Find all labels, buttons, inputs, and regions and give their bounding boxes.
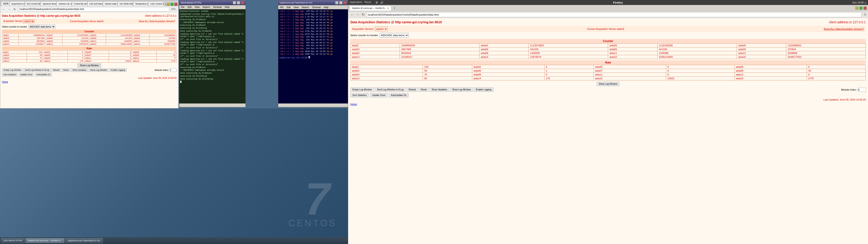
reset-button[interactable]: Reset bbox=[62, 68, 70, 72]
reload-button[interactable]: Reload bbox=[51, 68, 61, 72]
log-line: executing do_PreReset bbox=[180, 66, 245, 69]
aida-maximize[interactable]: □ bbox=[237, 1, 240, 4]
ssh-minimize[interactable]: ─ bbox=[335, 1, 338, 4]
aida-menu-help[interactable]: Help bbox=[224, 6, 230, 8]
forward-button[interactable]: → bbox=[7, 7, 11, 11]
ff-new-tab[interactable]: + bbox=[394, 6, 396, 10]
ff-send-log[interactable]: Send Log Window to ELog bbox=[375, 87, 405, 92]
ff-page-title: Data Acquisition Statistics @ http carme… bbox=[350, 20, 442, 24]
aida-minimize[interactable]: ─ bbox=[233, 1, 236, 4]
ff-forward[interactable]: → bbox=[355, 12, 360, 17]
zero-stats-button[interactable]: Zero Statistics bbox=[2, 73, 18, 77]
ff-client-address: client address is 127.0.0.1 bbox=[829, 20, 866, 24]
tab-experiment[interactable]: Experiment Contr... × bbox=[9, 1, 25, 6]
show-log-window-button[interactable]: Show Log Window bbox=[78, 63, 101, 67]
ssh-menu-search[interactable]: Search bbox=[301, 6, 310, 8]
taskbar-item-firefox[interactable]: Statistics @ carme-gsi — Mozilla Fir... bbox=[25, 238, 65, 243]
ff-enable-logging[interactable]: Enable Logging bbox=[474, 87, 494, 92]
ssh-maximize[interactable]: □ bbox=[339, 1, 342, 4]
enable-logging-button[interactable]: Enable Logging bbox=[110, 68, 127, 72]
aida-close[interactable]: × bbox=[241, 1, 244, 4]
ff-empty-log[interactable]: Empty Log Window bbox=[350, 87, 374, 92]
tab-runcontrol[interactable]: Run Control @ car... × bbox=[25, 1, 41, 6]
ff-update-once[interactable]: Update Once bbox=[370, 93, 388, 97]
tab-temp[interactable]: Temperature and... × bbox=[133, 1, 148, 6]
ff-home-link[interactable]: Home bbox=[350, 103, 866, 105]
close-button[interactable]: × bbox=[174, 3, 178, 6]
tab-led[interactable]: LED and Wavefor... × bbox=[88, 1, 103, 6]
ff-reload[interactable]: ↻ bbox=[361, 12, 365, 17]
home-link[interactable]: Home bbox=[2, 81, 177, 83]
tab-gsi[interactable]: GSI White Rabbit ... × bbox=[118, 1, 133, 6]
show-log-section: Show Log Window bbox=[2, 63, 177, 67]
firefox-toolbar: ← → ↻ localhost:8015/DataAcquisitionCont… bbox=[348, 11, 868, 18]
ff-tab-close[interactable]: × bbox=[388, 7, 389, 9]
module-index: Module Index: bbox=[155, 68, 177, 72]
places-menu[interactable]: Places bbox=[364, 1, 371, 4]
desktop-number: 7 bbox=[305, 176, 330, 221]
show-vars-button[interactable]: Show Variables bbox=[71, 68, 88, 72]
ssh-menu-terminal[interactable]: Terminal bbox=[311, 6, 321, 8]
server-select[interactable]: aida16 bbox=[23, 20, 35, 23]
aida-menu-search[interactable]: Search bbox=[202, 6, 211, 8]
tab-spectrum[interactable]: Spectrum Browsin... × bbox=[41, 1, 57, 6]
ff-show-vars[interactable]: Show Variables bbox=[430, 87, 449, 92]
ssh-close[interactable]: × bbox=[343, 1, 346, 4]
ssh-menu-edit[interactable]: Edit bbox=[286, 6, 291, 8]
ff-module-index-input[interactable] bbox=[858, 88, 866, 92]
firefox-tab-statistics[interactable]: Statistics @ carme-gsi — Mozilla Fir... … bbox=[349, 6, 391, 11]
ff-menu-icon[interactable]: ☰ bbox=[864, 13, 866, 16]
update-once-button[interactable]: Update Once bbox=[19, 73, 34, 77]
autoupdate-button[interactable]: AutoUpdate On bbox=[35, 73, 52, 77]
show-log-btn2[interactable]: Show Log Window bbox=[89, 68, 109, 72]
ff-reload[interactable]: Reload bbox=[407, 87, 418, 92]
taskbar-item-ssh[interactable]: npg@carme-gsi:/TapeData/G22-201 bbox=[65, 238, 103, 243]
tab-asic[interactable]: ASIC Control @ c... × bbox=[148, 1, 164, 6]
table-row: aida032667489 aida06441326 aida06441326 … bbox=[350, 48, 866, 51]
ff-show-log2[interactable]: Show Log Window bbox=[450, 87, 473, 92]
minimize-button[interactable]: ─ bbox=[166, 3, 170, 6]
address-bar[interactable]: localhost:8015/DataAcquisitionControl/Da… bbox=[18, 7, 169, 11]
aida-menu-view[interactable]: View bbox=[194, 6, 200, 8]
ff-counter-select[interactable]: AIDA ADC data items bbox=[380, 33, 409, 37]
firefox-address-bar[interactable]: localhost:8015/DataAcquisitionControl/Da… bbox=[366, 12, 862, 17]
aida-menu-file[interactable]: File bbox=[180, 6, 185, 8]
counter-select[interactable]: AIDA ADC data items bbox=[29, 25, 55, 29]
ff-autoupdate[interactable]: AutoUpdate On bbox=[389, 93, 408, 97]
ssh-menubar: File Edit View Search Terminal Help bbox=[278, 5, 348, 9]
aida-menu-edit[interactable]: Edit bbox=[187, 6, 192, 8]
ssh-menu-view[interactable]: View bbox=[293, 6, 299, 8]
log-line: executing do_PreReset bbox=[180, 19, 245, 21]
tab-aida[interactable]: AIDA × bbox=[1, 1, 9, 6]
show-all-link[interactable]: Show ALL Data Acquisition Servers? bbox=[138, 20, 175, 23]
send-log-button[interactable]: Send Log Window to ELog bbox=[24, 68, 51, 72]
tab-control[interactable]: Control @ carme-... × bbox=[72, 1, 88, 6]
log-line: RunControlClient loaded bbox=[180, 10, 245, 13]
ff-show-all[interactable]: Show ALL Data Acquisition Servers? bbox=[824, 28, 864, 30]
empty-log-button[interactable]: Empty Log Window bbox=[2, 68, 23, 72]
ff-rate-header: Rate bbox=[350, 60, 866, 65]
taskbar-item-aida[interactable]: AIDA MIDAS HTTPd bbox=[1, 238, 25, 243]
ff-back[interactable]: ← bbox=[350, 12, 354, 17]
ssh-menu-file[interactable]: File bbox=[279, 6, 284, 8]
new-tab-button[interactable]: + bbox=[165, 2, 166, 6]
back-button[interactable]: ← bbox=[2, 7, 6, 11]
tab-statistics[interactable]: Statistics @ carm... × bbox=[57, 1, 72, 6]
module-index-input[interactable] bbox=[170, 68, 177, 72]
ff-close[interactable]: × bbox=[864, 6, 867, 10]
tab-system[interactable]: System wide Ch... × bbox=[103, 1, 118, 6]
aida-menu-terminal[interactable]: Terminal bbox=[213, 6, 222, 8]
ff-zero-stats[interactable]: Zero Statistics bbox=[350, 93, 369, 97]
ff-reset[interactable]: Reset bbox=[418, 87, 429, 92]
applications-menu[interactable]: Applications bbox=[350, 1, 362, 4]
reload-button[interactable]: ↻ bbox=[12, 7, 17, 11]
ff-maximize[interactable]: □ bbox=[860, 6, 863, 10]
aida-statusbar bbox=[179, 103, 246, 107]
ff-server-select[interactable]: aida16 bbox=[375, 27, 388, 31]
counter-header: Counter bbox=[2, 30, 177, 33]
ff-minimize[interactable]: ─ bbox=[855, 6, 859, 10]
maximize-button[interactable]: □ bbox=[170, 3, 174, 6]
ff-show-log-button[interactable]: Show Log Window bbox=[597, 82, 620, 86]
ssh-menu-help[interactable]: Help bbox=[323, 6, 329, 8]
ssh-window-controls: ─ □ × bbox=[335, 1, 346, 4]
